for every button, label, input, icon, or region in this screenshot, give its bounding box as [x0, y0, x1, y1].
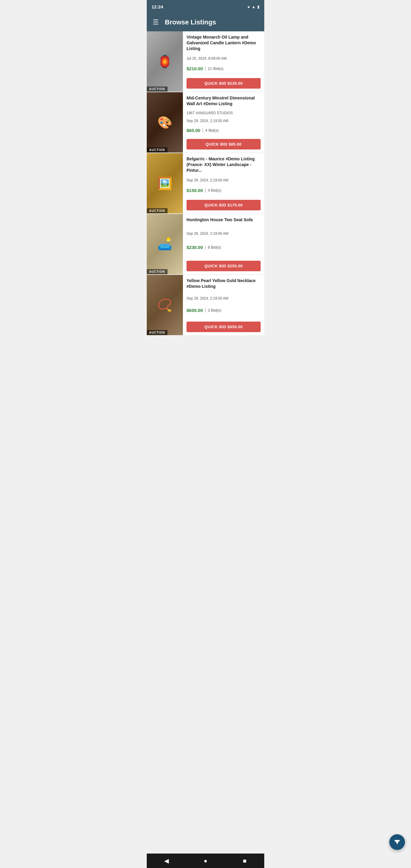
listing-price-row: $600.00|3 Bid(s) — [187, 307, 261, 313]
listing-bids: 3 Bid(s) — [208, 308, 221, 313]
listing-image-wrap: 🎨AUCTION — [147, 92, 183, 153]
listing-badge: AUCTION — [147, 87, 167, 92]
listing-image-wrap: 🖼️AUCTION — [147, 153, 183, 213]
listing-details: Vintage Monarch Oil Lamp and Galvanized … — [183, 31, 264, 92]
listing-price-row: $210.00|11 Bid(s) — [187, 66, 261, 71]
listing-date: Jul 25, 2024, 8:09:00 AM — [187, 56, 261, 61]
listing-title: Huntington House Two Seat Sofa — [187, 217, 261, 223]
listing-badge: AUCTION — [147, 330, 167, 335]
listing-title: Mid-Century Minstrel Dimensional Wall Ar… — [187, 95, 261, 107]
listing-bids: 4 Bid(s) — [208, 188, 221, 193]
listing-date: Sep 29, 2024, 2:19:00 AM — [187, 231, 261, 236]
listing-card[interactable]: 🏮AUCTIONVintage Monarch Oil Lamp and Gal… — [147, 31, 264, 92]
battery-icon: ▮ — [257, 4, 259, 9]
listing-image-wrap: 🏮AUCTION — [147, 31, 183, 92]
quick-bid-button[interactable]: QUICK BID $175.00 — [187, 200, 261, 210]
wifi-icon: ● — [247, 4, 250, 9]
listing-price: $60.00 — [187, 128, 200, 133]
listing-price-separator: | — [204, 245, 206, 250]
listing-badge: AUCTION — [147, 208, 167, 213]
listing-date: Sep 29, 2024, 2:19:00 AM — [187, 119, 261, 123]
quick-bid-button[interactable]: QUICK BID $255.00 — [187, 261, 261, 271]
listing-price-separator: | — [204, 66, 206, 71]
signal-icon: ▲ — [252, 4, 255, 9]
menu-button[interactable]: ☰ — [152, 17, 160, 27]
listing-card[interactable]: 🎨AUCTIONMid-Century Minstrel Dimensional… — [147, 92, 264, 153]
listing-bids: 4 Bid(s) — [205, 128, 219, 133]
listing-date: Sep 29, 2024, 2:19:00 AM — [187, 178, 261, 182]
status-bar: 12:24 ● ▲ ▮ — [147, 0, 264, 13]
listing-price-separator: | — [202, 127, 203, 133]
header: ☰ Browse Listings — [147, 13, 264, 31]
listing-badge: AUCTION — [147, 147, 167, 153]
listing-price: $600.00 — [187, 308, 203, 313]
listing-price-separator: | — [204, 188, 206, 193]
quick-bid-button[interactable]: QUICK BID $650.00 — [187, 321, 261, 332]
listing-card[interactable]: 🛋️AUCTIONHuntington House Two Seat SofaS… — [147, 214, 264, 274]
status-icons: ● ▲ ▮ — [247, 4, 259, 9]
listing-subtitle: 1967 VANGUARD STUDIOS — [187, 111, 261, 115]
listing-bids: 8 Bid(s) — [208, 245, 221, 250]
listing-card[interactable]: 📿AUCTIONYellow Pearl Yellow Gold Necklac… — [147, 275, 264, 335]
listing-details: Mid-Century Minstrel Dimensional Wall Ar… — [183, 92, 264, 153]
listing-price-row: $230.00|8 Bid(s) — [187, 245, 261, 250]
listing-details: Belgarric - Maurice #Demo Listing (Franc… — [183, 153, 264, 213]
listing-price-separator: | — [204, 307, 206, 313]
listing-card[interactable]: 🖼️AUCTIONBelgarric - Maurice #Demo Listi… — [147, 153, 264, 213]
listing-image-wrap: 📿AUCTION — [147, 275, 183, 335]
listing-price: $230.00 — [187, 245, 203, 250]
listing-title: Belgarric - Maurice #Demo Listing (Franc… — [187, 156, 261, 173]
listing-image-wrap: 🛋️AUCTION — [147, 214, 183, 274]
listing-title: Vintage Monarch Oil Lamp and Galvanized … — [187, 34, 261, 52]
listing-title: Yellow Pearl Yellow Gold Necklace #Demo … — [187, 278, 261, 289]
quick-bid-button[interactable]: QUICK BID $85.00 — [187, 139, 261, 150]
listing-price-row: $60.00|4 Bid(s) — [187, 127, 261, 133]
listing-price-row: $150.00|4 Bid(s) — [187, 188, 261, 193]
listing-price: $210.00 — [187, 66, 203, 71]
listing-badge: AUCTION — [147, 269, 167, 274]
listing-details: Yellow Pearl Yellow Gold Necklace #Demo … — [183, 275, 264, 335]
status-time: 12:24 — [152, 4, 163, 9]
quick-bid-button[interactable]: QUICK BID $235.00 — [187, 78, 261, 89]
listing-details: Huntington House Two Seat SofaSep 29, 20… — [183, 214, 264, 274]
page-title: Browse Listings — [165, 19, 216, 26]
listing-date: Sep 29, 2024, 2:19:00 AM — [187, 296, 261, 301]
listings-container: 🏮AUCTIONVintage Monarch Oil Lamp and Gal… — [147, 31, 264, 335]
listing-bids: 11 Bid(s) — [208, 66, 223, 71]
listing-price: $150.00 — [187, 188, 203, 193]
